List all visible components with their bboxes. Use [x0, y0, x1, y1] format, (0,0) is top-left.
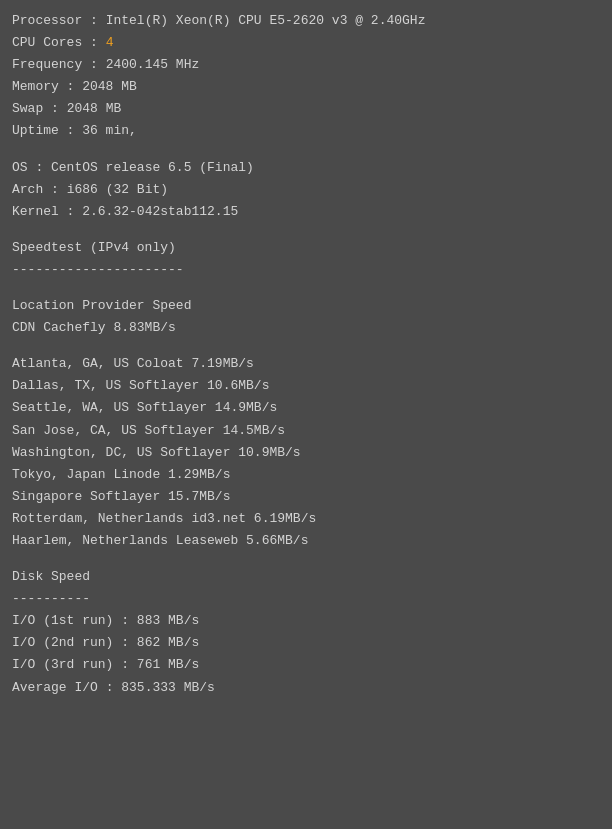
speedtest-row: Rotterdam, Netherlands id3.net 6.19MB/s [12, 508, 600, 530]
memory-line: Memory : 2048 MB [12, 76, 600, 98]
cpu-cores-label: CPU Cores [12, 35, 82, 50]
io2-value: 862 MB/s [137, 635, 199, 650]
avg-label: Average I/O [12, 680, 98, 695]
kernel-line: Kernel : 2.6.32-042stab112.15 [12, 201, 600, 223]
disk-section: Disk Speed ---------- I/O (1st run) : 88… [12, 566, 600, 699]
speedtest-header: Location Provider Speed [12, 295, 600, 317]
frequency-label: Frequency [12, 57, 82, 72]
cpu-cores-line: CPU Cores : 4 [12, 32, 600, 54]
os-value: CentOS release 6.5 (Final) [51, 160, 254, 175]
io1-line: I/O (1st run) : 883 MB/s [12, 610, 600, 632]
os-line: OS : CentOS release 6.5 (Final) [12, 157, 600, 179]
os-label: OS [12, 160, 28, 175]
speedtest-row: Washington, DC, US Softlayer 10.9MB/s [12, 442, 600, 464]
speedtest-separator: ---------------------- [12, 259, 600, 281]
speedtest-row: Atlanta, GA, US Coloat 7.19MB/s [12, 353, 600, 375]
uptime-value: 36 min, [82, 123, 137, 138]
io2-line: I/O (2nd run) : 862 MB/s [12, 632, 600, 654]
speedtest-row: Singapore Softlayer 15.7MB/s [12, 486, 600, 508]
cpu-cores-value: 4 [106, 35, 114, 50]
io1-value: 883 MB/s [137, 613, 199, 628]
arch-label: Arch [12, 182, 43, 197]
disk-title: Disk Speed [12, 566, 600, 588]
uptime-line: Uptime : 36 min, [12, 120, 600, 142]
io3-label: I/O (3rd run) [12, 657, 113, 672]
speedtest-data: Location Provider Speed CDN Cachefly 8.8… [12, 295, 600, 339]
processor-label: Processor [12, 13, 82, 28]
io1-label: I/O (1st run) [12, 613, 113, 628]
io3-line: I/O (3rd run) : 761 MB/s [12, 654, 600, 676]
system-info: Processor : Intel(R) Xeon(R) CPU E5-2620… [12, 10, 600, 143]
avg-value: 835.333 MB/s [121, 680, 215, 695]
frequency-line: Frequency : 2400.145 MHz [12, 54, 600, 76]
speedtest-title: Speedtest (IPv4 only) [12, 237, 600, 259]
frequency-value: 2400.145 MHz [106, 57, 200, 72]
os-info: OS : CentOS release 6.5 (Final) Arch : i… [12, 157, 600, 223]
avg-line: Average I/O : 835.333 MB/s [12, 677, 600, 699]
swap-value: 2048 MB [67, 101, 122, 116]
speedtest-row: San Jose, CA, US Softlayer 14.5MB/s [12, 420, 600, 442]
speedtest-cdn-row: CDN Cachefly 8.83MB/s [12, 317, 600, 339]
io2-label: I/O (2nd run) [12, 635, 113, 650]
speedtest-row: Haarlem, Netherlands Leaseweb 5.66MB/s [12, 530, 600, 552]
speedtest-section: Speedtest (IPv4 only) ------------------… [12, 237, 600, 281]
speedtest-row: Dallas, TX, US Softlayer 10.6MB/s [12, 375, 600, 397]
memory-label: Memory [12, 79, 59, 94]
io3-value: 761 MB/s [137, 657, 199, 672]
arch-value: i686 (32 Bit) [67, 182, 168, 197]
speedtest-row: Seattle, WA, US Softlayer 14.9MB/s [12, 397, 600, 419]
kernel-value: 2.6.32-042stab112.15 [82, 204, 238, 219]
swap-line: Swap : 2048 MB [12, 98, 600, 120]
uptime-label: Uptime [12, 123, 59, 138]
speedtest-row: Tokyo, Japan Linode 1.29MB/s [12, 464, 600, 486]
swap-label: Swap [12, 101, 43, 116]
processor-value: Intel(R) Xeon(R) CPU E5-2620 v3 @ 2.40GH… [106, 13, 426, 28]
speedtest-rows: Atlanta, GA, US Coloat 7.19MB/sDallas, T… [12, 353, 600, 552]
memory-value: 2048 MB [82, 79, 137, 94]
processor-line: Processor : Intel(R) Xeon(R) CPU E5-2620… [12, 10, 600, 32]
arch-line: Arch : i686 (32 Bit) [12, 179, 600, 201]
disk-separator: ---------- [12, 588, 600, 610]
kernel-label: Kernel [12, 204, 59, 219]
